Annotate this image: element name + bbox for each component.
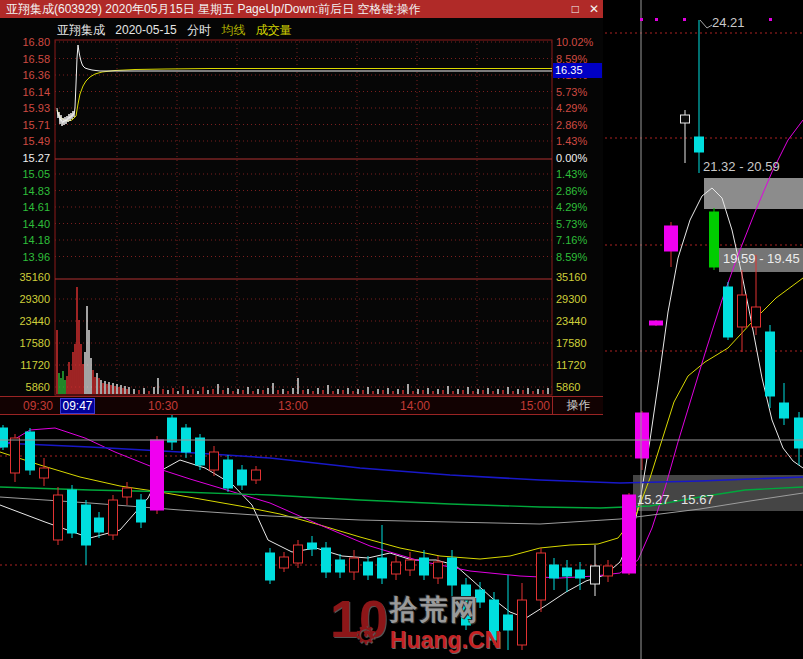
- price-axis-label: 15.49: [0, 136, 50, 147]
- pct-axis-label: 2.86%: [556, 120, 587, 131]
- volume-axis-label: 17580: [556, 338, 587, 349]
- pct-axis-label: 2.86%: [556, 186, 587, 197]
- pct-axis-label: 0.00%: [556, 153, 587, 164]
- volume-axis-label: 23440: [0, 316, 50, 327]
- pct-axis-label: 10.02%: [556, 37, 593, 48]
- price-axis-label: 16.80: [0, 37, 50, 48]
- pct-axis-label: 5.73%: [556, 87, 587, 98]
- volume-axis-label: 11720: [0, 360, 50, 371]
- price-axis-label: 16.14: [0, 87, 50, 98]
- price-axis-label: 14.40: [0, 219, 50, 230]
- action-menu[interactable]: 操作: [552, 397, 604, 414]
- time-axis: 09:47 操作 09:3010:3013:0014:0015:00: [0, 396, 603, 415]
- intraday-panel: 亚翔集成(603929) 2020年05月15日 星期五 PageUp/Down…: [0, 0, 603, 415]
- price-axis-label: 15.27: [0, 153, 50, 164]
- volume-axis-label: 35160: [0, 272, 50, 283]
- volume-axis-label: 11720: [556, 360, 586, 371]
- price-axis-label: 16.58: [0, 54, 50, 65]
- price-axis-label: 15.05: [0, 169, 50, 180]
- volume-axis-label: 29300: [0, 294, 50, 305]
- pct-axis-label: 1.43%: [556, 169, 587, 180]
- pct-axis-label: 7.16%: [556, 235, 587, 246]
- annotation-range-3: 15.27 - 15.67: [637, 492, 714, 507]
- time-label: 09:30: [23, 399, 53, 413]
- annotation-day-high: 24.21: [712, 15, 745, 30]
- annotation-range-1: 21.32 - 20.59: [703, 159, 780, 174]
- time-label: 10:30: [148, 399, 178, 413]
- close-price-tag: 16.35: [553, 63, 602, 78]
- pct-axis-label: 8.59%: [556, 252, 587, 263]
- volume-axis-label: 17580: [0, 338, 50, 349]
- price-axis-label: 15.71: [0, 120, 50, 131]
- price-axis-label: 15.93: [0, 103, 50, 114]
- volume-axis-label: 5860: [0, 382, 50, 393]
- intraday-chart-canvas[interactable]: [0, 0, 603, 415]
- price-axis-label: 16.36: [0, 70, 50, 81]
- volume-axis-label: 29300: [556, 294, 587, 305]
- gear-icon: ⚙: [354, 607, 377, 659]
- volume-axis-label: 35160: [556, 272, 587, 283]
- time-label: 13:00: [278, 399, 308, 413]
- annotation-range-2: 19.59 - 19.45: [723, 251, 800, 266]
- price-axis-label: 14.83: [0, 186, 50, 197]
- time-label: 14:00: [400, 399, 430, 413]
- price-axis-label: 14.18: [0, 235, 50, 246]
- trading-app: 24.21 21.32 - 20.59 19.59 - 19.45 15.27 …: [0, 0, 803, 659]
- pct-axis-label: 5.73%: [556, 219, 587, 230]
- time-tag: 09:47: [60, 398, 95, 414]
- time-label: 15:00: [520, 399, 550, 413]
- price-axis-label: 13.96: [0, 252, 50, 263]
- price-axis-label: 14.61: [0, 202, 50, 213]
- pct-axis-label: 4.29%: [556, 202, 587, 213]
- watermark-number: 10 ⚙: [330, 591, 388, 654]
- pct-axis-label: 1.43%: [556, 136, 587, 147]
- watermark-brand: Huang.CN: [390, 627, 501, 654]
- volume-axis-label: 5860: [556, 382, 580, 393]
- pct-axis-label: 4.29%: [556, 103, 587, 114]
- volume-axis-label: 23440: [556, 316, 587, 327]
- watermark-logo: 10 ⚙ 拾荒网 Huang.CN: [330, 591, 501, 654]
- watermark-site: 拾荒网: [390, 591, 501, 629]
